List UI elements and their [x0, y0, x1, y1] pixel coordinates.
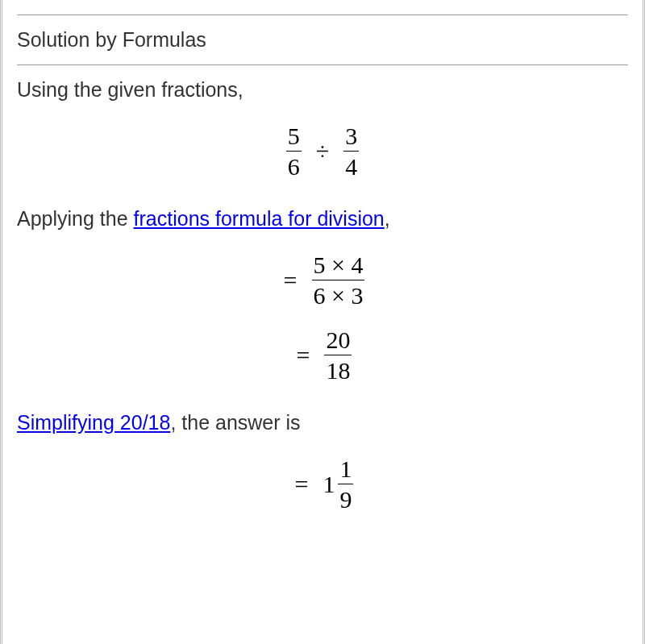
- equation-3: = 20 18: [17, 323, 628, 398]
- denominator: 18: [324, 355, 352, 384]
- fraction-5-6: 5 6: [286, 123, 302, 180]
- numerator: 3: [343, 123, 359, 151]
- numerator: 5: [286, 123, 302, 151]
- equation-4: = 1 1 9: [17, 441, 628, 527]
- applying-text: Applying the fractions formula for divis…: [17, 194, 628, 237]
- denominator: 6: [286, 151, 302, 180]
- numerator: 5 × 4: [312, 251, 365, 280]
- equals-sign: =: [281, 267, 301, 294]
- equation-1: 5 6 ÷ 3 4: [17, 108, 628, 194]
- numerator: 20: [324, 326, 352, 355]
- mixed-number: 1 1 9: [322, 455, 353, 513]
- fraction-5x4-6x3: 5 × 4 6 × 3: [312, 251, 365, 309]
- document-content: Solution by Formulas Using the given fra…: [10, 0, 635, 644]
- fraction-20-18: 20 18: [324, 326, 352, 384]
- divide-operator: ÷: [313, 138, 332, 165]
- whole-part: 1: [322, 471, 335, 498]
- denominator: 6 × 3: [312, 280, 365, 309]
- equals-sign: =: [293, 342, 314, 369]
- equals-sign: =: [292, 471, 312, 498]
- applying-post: ,: [385, 207, 390, 230]
- applying-pre: Applying the: [17, 207, 134, 230]
- fraction-1-9: 1 9: [338, 455, 353, 513]
- fraction-3-4: 3 4: [343, 123, 359, 180]
- intro-text: Using the given fractions,: [17, 65, 628, 108]
- section-title: Solution by Formulas: [17, 15, 628, 64]
- document-frame: Solution by Formulas Using the given fra…: [0, 0, 645, 644]
- denominator: 4: [343, 151, 359, 180]
- numerator: 1: [338, 455, 353, 484]
- denominator: 9: [338, 484, 353, 513]
- simplify-post: , the answer is: [170, 411, 300, 434]
- equation-2: = 5 × 4 6 × 3: [17, 237, 628, 323]
- simplify-link[interactable]: Simplifying 20/18: [17, 411, 170, 434]
- simplify-text: Simplifying 20/18, the answer is: [17, 398, 628, 441]
- fractions-formula-link[interactable]: fractions formula for division: [134, 207, 385, 230]
